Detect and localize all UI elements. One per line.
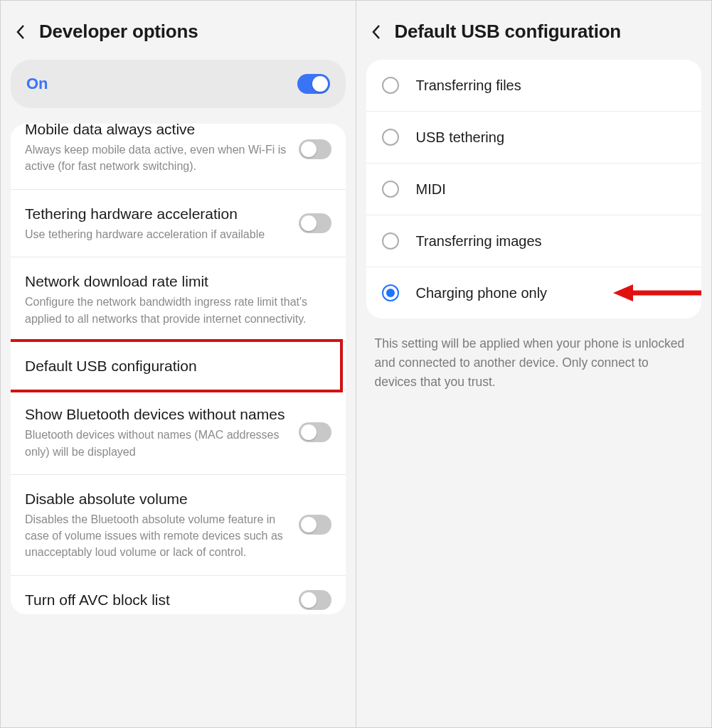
back-button[interactable] [369,25,383,39]
header-left: Developer options [1,1,356,60]
row-disable-absolute-volume[interactable]: Disable absolute volume Disables the Blu… [11,475,346,576]
chevron-left-icon [371,23,382,41]
chevron-left-icon [15,23,26,41]
page-title: Default USB configuration [395,21,622,43]
row-title: Mobile data always active [25,124,290,139]
row-title: Show Bluetooth devices without names [25,405,290,424]
developer-options-screen: Developer options On Mobile data always … [1,1,356,727]
option-label: Charging phone only [416,285,548,301]
option-midi[interactable]: MIDI [366,164,702,215]
option-usb-tethering[interactable]: USB tethering [366,112,702,164]
row-subtitle: Disables the Bluetooth absolute volume f… [25,511,290,561]
option-transferring-images[interactable]: Transferring images [366,215,702,267]
radio-icon [382,232,399,250]
row-mobile-data-always-active[interactable]: Mobile data always active Always keep mo… [11,124,346,190]
option-label: USB tethering [416,129,505,146]
row-title: Default USB configuration [25,356,326,375]
radio-icon [382,181,399,198]
option-label: MIDI [416,181,446,198]
toggle-absolute-volume[interactable] [299,515,331,535]
option-label: Transferring files [416,77,521,94]
toggle-mobile-data[interactable] [299,139,331,159]
row-subtitle: Always keep mobile data active, even whe… [25,141,290,174]
option-label: Transferring images [416,233,542,250]
row-subtitle: Use tethering hardware acceleration if a… [25,226,290,242]
master-toggle-row[interactable]: On [11,60,346,108]
toggle-tethering-accel[interactable] [299,213,331,233]
row-title: Turn off AVC block list [25,590,290,609]
master-toggle-label: On [26,75,48,93]
radio-icon [382,284,399,301]
toggle-bt-noname[interactable] [299,422,331,442]
usb-options-list: Transferring files USB tethering MIDI Tr… [366,60,702,318]
row-default-usb-configuration[interactable]: Default USB configuration [11,342,346,390]
svg-marker-1 [613,284,633,301]
row-tethering-hardware-acceleration[interactable]: Tethering hardware acceleration Use teth… [11,190,346,257]
default-usb-configuration-screen: Default USB configuration Transferring f… [356,1,712,727]
row-title: Disable absolute volume [25,489,290,508]
header-right: Default USB configuration [356,1,712,60]
option-charging-phone-only[interactable]: Charging phone only [366,267,702,318]
radio-icon [382,77,399,94]
toggle-avc[interactable] [299,590,331,610]
row-title: Network download rate limit [25,272,331,291]
master-toggle-switch[interactable] [297,74,330,94]
row-subtitle: Configure the network bandwidth ingress … [25,294,331,326]
highlight-annotation: Default USB configuration [11,339,343,392]
radio-icon [382,129,399,146]
settings-list: Mobile data always active Always keep mo… [11,124,346,614]
back-button[interactable] [14,25,28,39]
option-transferring-files[interactable]: Transferring files [366,60,702,112]
row-turn-off-avc-block-list[interactable]: Turn off AVC block list [11,576,346,614]
arrow-annotation-icon [613,281,701,305]
row-title: Tethering hardware acceleration [25,204,290,223]
page-title: Developer options [39,21,198,43]
row-network-download-rate-limit[interactable]: Network download rate limit Configure th… [11,257,346,342]
row-show-bluetooth-without-names[interactable]: Show Bluetooth devices without names Blu… [11,390,346,475]
row-subtitle: Bluetooth devices without names (MAC add… [25,427,290,459]
footer-note: This setting will be applied when your p… [356,318,712,407]
